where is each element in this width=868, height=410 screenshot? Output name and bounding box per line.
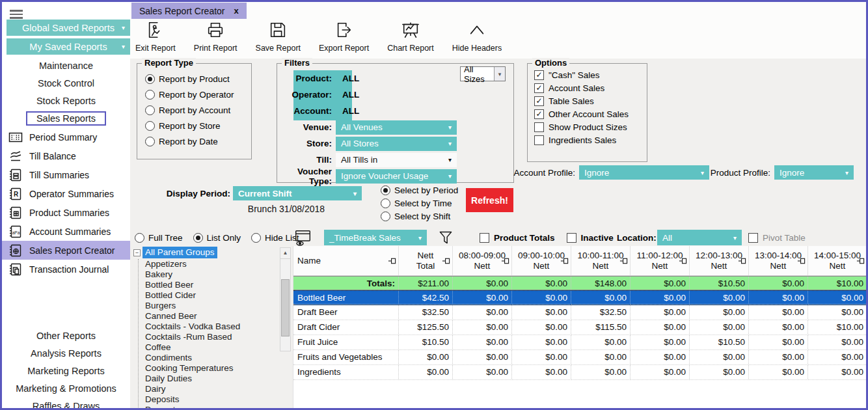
tab-sales-report-creator[interactable]: Sales Report Creator x xyxy=(131,3,247,19)
sidebar-link-analysis-reports[interactable]: Analysis Reports xyxy=(2,344,130,362)
chevron-down-icon[interactable]: ▾ xyxy=(494,67,505,81)
checkbox-cash-sales[interactable]: ✓"Cash" Sales xyxy=(534,70,647,80)
pivot-table-checkbox[interactable]: Pivot Table xyxy=(748,230,806,245)
radio-list-only[interactable]: List Only xyxy=(193,233,241,243)
table-row-fruits-and-vegetables[interactable]: Fruits and Vegetables$0.00$0.00$0.00$0.0… xyxy=(293,350,866,365)
column-header-nett-total[interactable]: NettTotal xyxy=(399,246,453,275)
sidebar-item-account-summaries[interactable]: aPaAccount Summaries xyxy=(2,222,130,241)
my-saved-reports-button[interactable]: My Saved Reports ▾ xyxy=(7,38,130,55)
tree-item-appetizers[interactable]: Appetizers xyxy=(145,259,291,269)
pin-icon[interactable] xyxy=(560,257,569,267)
tree-item-condiments[interactable]: Condiments xyxy=(145,353,291,363)
sidebar-item-till-summaries[interactable]: Till Summaries xyxy=(2,165,130,184)
sidebar-link-raffles-draws[interactable]: Raffles & Draws xyxy=(2,397,130,410)
collapse-icon[interactable]: − xyxy=(133,249,141,256)
tree-item-bakery[interactable]: Bakery xyxy=(145,269,291,280)
save-report-button[interactable]: Save Report xyxy=(256,20,301,53)
sidebar-item-operator-summaries[interactable]: ROperator Summaries xyxy=(2,184,130,203)
pin-icon[interactable] xyxy=(501,257,509,267)
pin-icon[interactable] xyxy=(388,257,396,267)
store-dropdown[interactable]: All Stores▾ xyxy=(336,137,457,151)
column-header-name[interactable]: Name xyxy=(293,246,399,275)
radio-select-by-period[interactable]: Select by Period xyxy=(381,185,458,195)
sidebar-link-sales-reports[interactable]: Sales Reports xyxy=(2,109,130,127)
pin-icon[interactable] xyxy=(738,257,746,267)
sidebar-link-stock-control[interactable]: Stock Control xyxy=(2,74,130,92)
pin-icon[interactable] xyxy=(619,257,628,267)
chart-report-button[interactable]: Chart Report xyxy=(387,20,434,53)
column-header-14-00-15-00-nett[interactable]: 14:00-15:00Nett xyxy=(808,246,866,275)
radio-report-by-product[interactable]: Report by Product xyxy=(145,74,251,84)
checkbox-account-sales[interactable]: ✓Account Sales xyxy=(534,83,647,93)
tree-item-deposits[interactable]: Deposits xyxy=(145,394,291,405)
table-row-bottled-beer[interactable]: Bottled Beer$42.50$0.00$0.00$0.00$0.00$0… xyxy=(293,290,866,305)
sidebar-link-maintenance[interactable]: Maintenance xyxy=(2,57,130,74)
checkbox-inactive[interactable]: Inactive xyxy=(567,233,614,243)
checkbox-other-account-sales[interactable]: ✓Other Account Sales xyxy=(534,109,647,119)
scrollbar-thumb[interactable] xyxy=(281,279,290,336)
column-header-08-00-09-00-nett[interactable]: 08:00-09:00Nett xyxy=(453,246,512,275)
scroll-up-icon[interactable]: ▲ xyxy=(280,248,290,259)
refresh-button[interactable]: Refresh! xyxy=(466,188,513,212)
column-header-13-00-14-00-nett[interactable]: 13:00-14:00Nett xyxy=(749,246,808,275)
menu-icon[interactable] xyxy=(10,8,23,21)
filter-funnel-icon[interactable] xyxy=(438,230,454,245)
tree-item-daily-duties[interactable]: Daily Duties xyxy=(145,374,291,384)
till-dropdown[interactable]: All Tills in▾ xyxy=(336,153,457,167)
location-dropdown[interactable]: All ▾ xyxy=(657,230,742,245)
sidebar-link-other-reports[interactable]: Other Reports xyxy=(2,327,130,344)
sidebar-item-sales-report-creator[interactable]: Sales Report Creator xyxy=(2,241,130,260)
checkbox-table-sales[interactable]: ✓Table Sales xyxy=(534,96,647,106)
column-header-12-00-13-00-nett[interactable]: 12:00-13:00Nett xyxy=(690,246,749,275)
toggle-panel-icon[interactable] xyxy=(294,230,312,245)
table-row-draft-cider[interactable]: Draft Cider$125.50$0.00$0.00$115.50$0.00… xyxy=(293,320,866,335)
radio-select-by-shift[interactable]: Select by Shift xyxy=(381,212,458,221)
table-row-ingredients[interactable]: Ingredients$0.00$0.00$0.00$0.00$0.00$0.0… xyxy=(293,365,866,380)
hide-headers-button[interactable]: Hide Headers xyxy=(452,20,502,53)
tree-item-desserts[interactable]: Desserts xyxy=(145,405,291,408)
checkbox-show-product-sizes[interactable]: Show Product Sizes xyxy=(534,122,647,132)
radio-report-by-store[interactable]: Report by Store xyxy=(145,121,251,131)
tree-item-cocktails-vodka-based[interactable]: Cocktails - Vodka Based xyxy=(145,321,291,332)
column-header-09-00-10-00-nett[interactable]: 09:00-10:00Nett xyxy=(512,246,571,275)
tree-scrollbar[interactable]: ▲ xyxy=(280,247,291,351)
product-profile-dropdown[interactable]: Ignore▾ xyxy=(774,165,854,180)
voucher-type-dropdown[interactable]: Ignore Voucher Usage▾ xyxy=(336,169,457,184)
radio-select-by-time[interactable]: Select by Time xyxy=(381,198,458,208)
tree-item-bottled-beer[interactable]: Bottled Beer xyxy=(145,280,291,290)
pin-icon[interactable] xyxy=(797,257,806,267)
table-row-fruit-juice[interactable]: Fruit Juice$10.50$0.00$0.00$0.00$0.00$10… xyxy=(293,335,866,350)
column-header-11-00-12-00-nett[interactable]: 11:00-12:00Nett xyxy=(631,246,690,275)
checkbox-ingredients-sales[interactable]: Ingredients Sales xyxy=(534,135,647,145)
display-period-dropdown[interactable]: Current Shift ▾ xyxy=(233,186,362,200)
tree-item-bottled-cider[interactable]: Bottled Cider xyxy=(145,290,291,301)
export-report-button[interactable]: Export Report xyxy=(319,20,369,53)
tree-item-coffee[interactable]: Coffee xyxy=(145,342,291,353)
sidebar-item-till-balance[interactable]: Till Balance xyxy=(2,146,130,165)
exit-report-button[interactable]: Exit Report xyxy=(135,20,176,53)
column-header-10-00-11-00-nett[interactable]: 10:00-11:00Nett xyxy=(571,246,631,275)
sidebar-link-marketing-promotions[interactable]: Marketing & Promotions xyxy=(2,379,130,397)
account-profile-dropdown[interactable]: Ignore▾ xyxy=(579,165,709,180)
tree-item-cooking-temperatures[interactable]: Cooking Temperatures xyxy=(145,363,291,374)
tree-root-row[interactable]: − All Parent Groups xyxy=(133,246,291,259)
checkbox-product-totals[interactable]: Product Totals xyxy=(480,233,555,243)
sidebar-item-period-summary[interactable]: Period Summary xyxy=(2,128,130,146)
pin-icon[interactable] xyxy=(679,257,687,267)
radio-full-tree[interactable]: Full Tree xyxy=(135,233,183,243)
print-report-button[interactable]: Print Report xyxy=(194,20,237,53)
sidebar-link-stock-reports[interactable]: Stock Reports xyxy=(2,92,130,109)
radio-report-by-operator[interactable]: Report by Operator xyxy=(145,90,251,100)
tree-item-burgers[interactable]: Burgers xyxy=(145,301,291,311)
pin-icon[interactable] xyxy=(856,257,865,267)
size-filter-select[interactable]: All Sizes ▾ xyxy=(460,66,506,81)
sidebar-link-marketing-reports[interactable]: Marketing Reports xyxy=(2,362,130,379)
radio-hide-list[interactable]: Hide List xyxy=(251,233,299,243)
venue-dropdown[interactable]: All Venues▾ xyxy=(336,120,457,135)
table-row-draft-beer[interactable]: Draft Beer$32.50$0.00$0.00$32.50$0.00$0.… xyxy=(293,305,866,320)
global-saved-reports-button[interactable]: Global Saved Reports ▾ xyxy=(7,20,130,36)
sidebar-item-transaction-journal[interactable]: Transaction Journal xyxy=(2,260,130,279)
tree-item-canned-beer[interactable]: Canned Beer xyxy=(145,311,291,321)
tree-item-dairy[interactable]: Dairy xyxy=(145,384,291,394)
pin-icon[interactable] xyxy=(442,257,450,267)
